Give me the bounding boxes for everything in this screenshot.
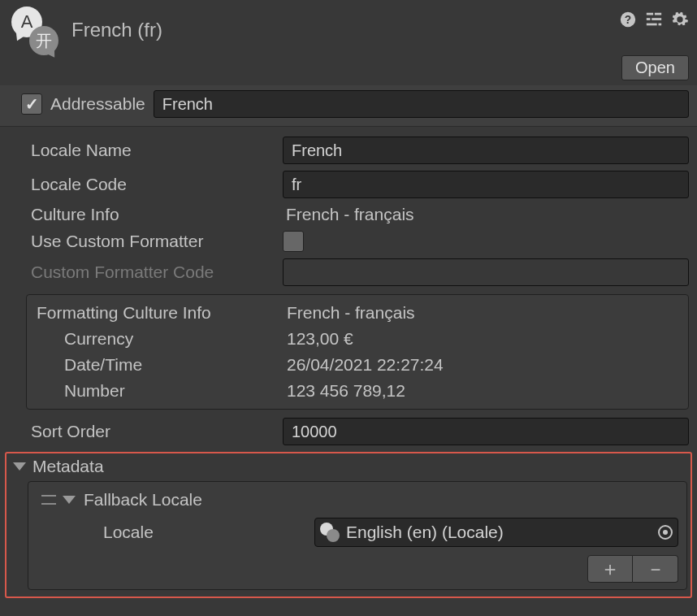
- sort-order-input[interactable]: [283, 418, 689, 445]
- help-icon[interactable]: ?: [619, 11, 637, 28]
- custom-formatter-code-label: Custom Formatter Code: [31, 262, 275, 282]
- add-metadata-button[interactable]: ＋: [587, 555, 633, 583]
- number-value: 123 456 789,12: [287, 381, 682, 401]
- locale-asset-icon: A 开: [11, 7, 57, 52]
- currency-value: 123,00 €: [287, 329, 682, 349]
- metadata-highlight-box: Metadata Fallback Locale Locale English …: [5, 452, 692, 598]
- chevron-down-icon: [63, 496, 76, 504]
- use-custom-formatter-label: Use Custom Formatter: [31, 232, 275, 251]
- locale-code-label: Locale Code: [31, 175, 275, 194]
- locale-name-label: Locale Name: [31, 141, 275, 160]
- datetime-value: 26/04/2021 22:27:24: [287, 355, 682, 375]
- svg-rect-3: [655, 13, 661, 15]
- svg-rect-4: [647, 18, 651, 20]
- drag-handle-icon[interactable]: [41, 495, 56, 505]
- svg-rect-5: [652, 18, 661, 20]
- custom-formatter-code-input: [283, 258, 689, 286]
- addressable-name-input[interactable]: [154, 90, 689, 118]
- chevron-down-icon: [13, 462, 26, 471]
- fallback-locale-field[interactable]: English (en) (Locale): [314, 518, 678, 547]
- gear-icon[interactable]: [671, 11, 689, 28]
- fallback-locale-label: Locale: [103, 523, 314, 542]
- culture-info-label: Culture Info: [31, 205, 275, 224]
- currency-label: Currency: [37, 329, 287, 349]
- formatting-culture-panel: Formatting Culture Info French - françai…: [26, 294, 689, 410]
- fallback-locale-title: Fallback Locale: [84, 490, 202, 510]
- preset-icon[interactable]: [645, 11, 663, 28]
- svg-text:?: ?: [625, 14, 631, 26]
- fallback-locale-foldout[interactable]: Fallback Locale: [37, 488, 678, 516]
- svg-rect-7: [659, 24, 662, 26]
- remove-metadata-button[interactable]: －: [633, 555, 678, 583]
- locale-code-input[interactable]: [283, 171, 689, 198]
- metadata-foldout[interactable]: Metadata: [10, 453, 687, 481]
- sort-order-label: Sort Order: [31, 422, 275, 441]
- svg-rect-2: [647, 13, 653, 15]
- page-title: French (fr): [71, 17, 619, 41]
- svg-rect-6: [647, 24, 657, 26]
- locale-name-input[interactable]: [283, 137, 689, 164]
- object-picker-icon[interactable]: [658, 525, 673, 540]
- formatting-culture-value: French - français: [287, 303, 682, 323]
- fallback-locale-value: English (en) (Locale): [346, 523, 652, 542]
- formatting-culture-title: Formatting Culture Info: [37, 303, 287, 323]
- addressable-checkbox[interactable]: [21, 93, 42, 115]
- use-custom-formatter-checkbox[interactable]: [283, 231, 304, 252]
- open-button[interactable]: Open: [621, 55, 689, 80]
- addressable-label: Addressable: [50, 94, 145, 114]
- culture-info-value: French - français: [283, 205, 689, 224]
- metadata-title: Metadata: [32, 457, 104, 476]
- datetime-label: Date/Time: [37, 355, 287, 375]
- number-label: Number: [37, 381, 287, 401]
- bubble-b-icon: 开: [29, 26, 58, 55]
- locale-icon: [320, 523, 340, 542]
